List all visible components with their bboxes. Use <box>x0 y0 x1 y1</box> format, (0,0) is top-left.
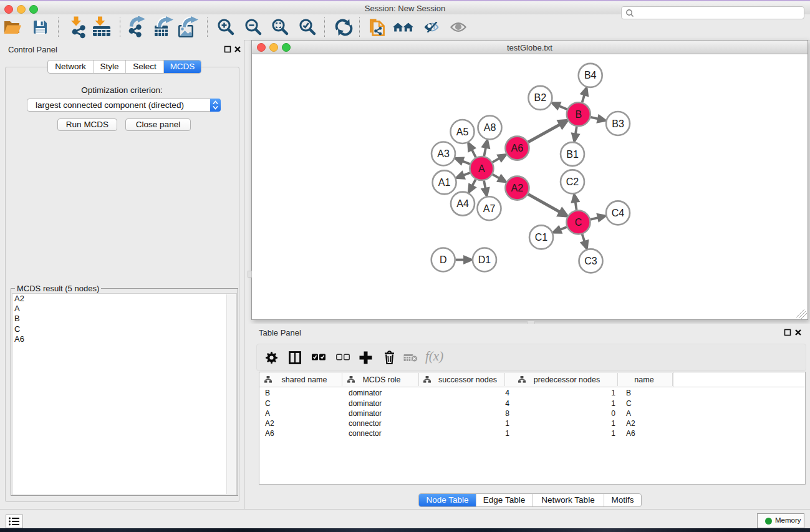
svg-text:B3: B3 <box>612 118 624 129</box>
svg-text:A8: A8 <box>484 122 496 133</box>
svg-text:D1: D1 <box>478 254 491 265</box>
svg-text:A4: A4 <box>456 198 469 209</box>
svg-text:A7: A7 <box>483 203 496 214</box>
svg-text:A5: A5 <box>456 127 469 137</box>
svg-text:A: A <box>478 163 485 174</box>
svg-text:C1: C1 <box>535 232 548 243</box>
svg-text:D: D <box>440 254 447 265</box>
svg-text:B: B <box>575 109 582 120</box>
svg-text:A1: A1 <box>438 177 451 188</box>
svg-text:C2: C2 <box>566 177 579 187</box>
svg-text:C: C <box>575 217 582 228</box>
svg-text:A3: A3 <box>437 148 450 159</box>
svg-text:A6: A6 <box>511 143 524 153</box>
svg-text:C4: C4 <box>612 208 625 218</box>
svg-text:B1: B1 <box>566 149 579 160</box>
svg-text:A2: A2 <box>511 183 524 193</box>
svg-text:B4: B4 <box>584 70 597 80</box>
svg-text:B2: B2 <box>534 92 547 103</box>
svg-text:C3: C3 <box>584 256 597 266</box>
